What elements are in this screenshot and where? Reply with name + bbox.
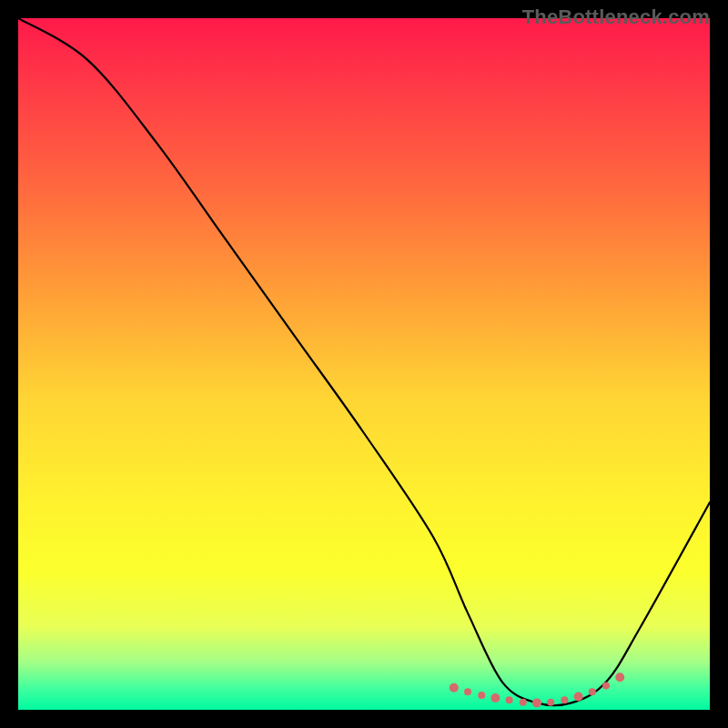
marker-dot [574,693,583,702]
marker-dot [506,696,513,703]
bottleneck-curve [18,18,710,705]
chart-svg [18,18,710,710]
marker-dot [490,693,500,703]
marker-dot [615,672,624,682]
marker-dot [602,682,610,689]
marker-dot [589,688,596,695]
marker-dot [532,698,541,707]
watermark-text: TheBottleneck.com [522,5,710,29]
marker-dot [478,692,485,699]
marker-dot [464,688,471,695]
chart-plot-area [18,18,710,710]
marker-dot [561,696,568,703]
marker-dot [520,699,527,706]
marker-dot [450,683,459,693]
marker-dot [547,699,554,706]
